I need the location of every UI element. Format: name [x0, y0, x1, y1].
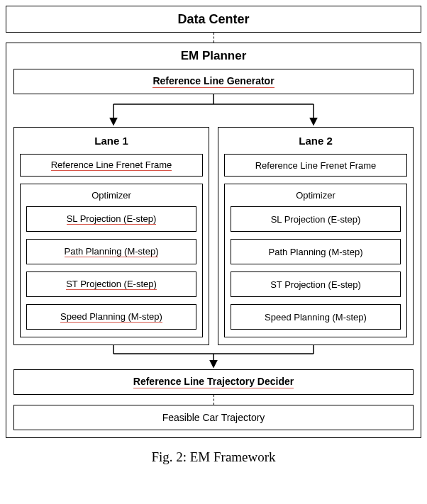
lane-2-step-st-label: ST Projection (E-step) [270, 279, 361, 290]
lane-1-step-path: Path Planning (M-step) [26, 239, 196, 264]
lane-1-step-st: ST Projection (E-step) [26, 271, 196, 297]
lane-2-optimizer-box: Optimizer SL Projection (E-step) Path Pl… [224, 184, 407, 337]
connector-dc-to-em [214, 33, 214, 43]
lane-1-step-sl: SL Projection (E-step) [26, 206, 196, 232]
data-center-box: Data Center [6, 6, 421, 33]
lane-1-step-speed-label: Speed Planning (M-step) [60, 311, 162, 323]
em-planner-box: EM Planner Reference Line Generator Lane… [6, 43, 421, 438]
lane-1-step-st-label: ST Projection (E-step) [66, 279, 157, 291]
lane-2-frenet-box: Reference Line Frenet Frame [224, 154, 407, 177]
lane-2-step-speed-label: Speed Planning (M-step) [265, 312, 367, 323]
lane-1-step-speed: Speed Planning (M-step) [26, 304, 196, 330]
lane-2-step-sl-label: SL Projection (E-step) [271, 214, 361, 225]
lane-2-title: Lane 2 [224, 135, 407, 147]
lane-1-frenet-label: Reference Line Frenet Frame [51, 159, 172, 172]
lane-2-step-path-label: Path Planning (M-step) [269, 247, 363, 257]
lane-1-frenet-box: Reference Line Frenet Frame [20, 154, 203, 177]
ref-line-generator-label: Reference Line Generator [152, 75, 274, 88]
lane-1-box: Lane 1 Reference Line Frenet Frame Optim… [13, 127, 209, 345]
lane-1-step-sl-label: SL Projection (E-step) [67, 213, 157, 225]
lanes-container: Lane 1 Reference Line Frenet Frame Optim… [13, 127, 414, 345]
arrows-lanes-to-decider [13, 345, 414, 369]
arrows-gen-to-lanes [13, 94, 414, 127]
lane-2-step-st: ST Projection (E-step) [231, 271, 401, 297]
feasible-label: Feasible Car Trajectory [162, 412, 265, 423]
lane-2-optimizer-title: Optimizer [231, 190, 401, 201]
lane-2-step-sl: SL Projection (E-step) [231, 206, 401, 232]
lane-2-step-path: Path Planning (M-step) [231, 239, 401, 264]
lane-1-optimizer-title: Optimizer [26, 190, 196, 201]
figure-caption: Fig. 2: EM Framework [6, 449, 421, 465]
feasible-box: Feasible Car Trajectory [13, 405, 414, 430]
decider-label: Reference Line Trajectory Decider [133, 376, 294, 388]
lane-1-optimizer-box: Optimizer SL Projection (E-step) Path Pl… [20, 184, 203, 337]
data-center-label: Data Center [177, 12, 249, 27]
lane-1-step-path-label: Path Planning (M-step) [65, 246, 159, 258]
decider-box: Reference Line Trajectory Decider [13, 369, 414, 395]
ref-line-generator-box: Reference Line Generator [13, 69, 414, 94]
em-planner-title: EM Planner [13, 49, 414, 63]
lane-2-frenet-label: Reference Line Frenet Frame [255, 160, 377, 171]
lane-1-title: Lane 1 [20, 135, 203, 147]
connector-decider-to-feasible [214, 395, 214, 405]
lane-2-box: Lane 2 Reference Line Frenet Frame Optim… [218, 127, 414, 345]
lane-2-step-speed: Speed Planning (M-step) [231, 304, 401, 330]
